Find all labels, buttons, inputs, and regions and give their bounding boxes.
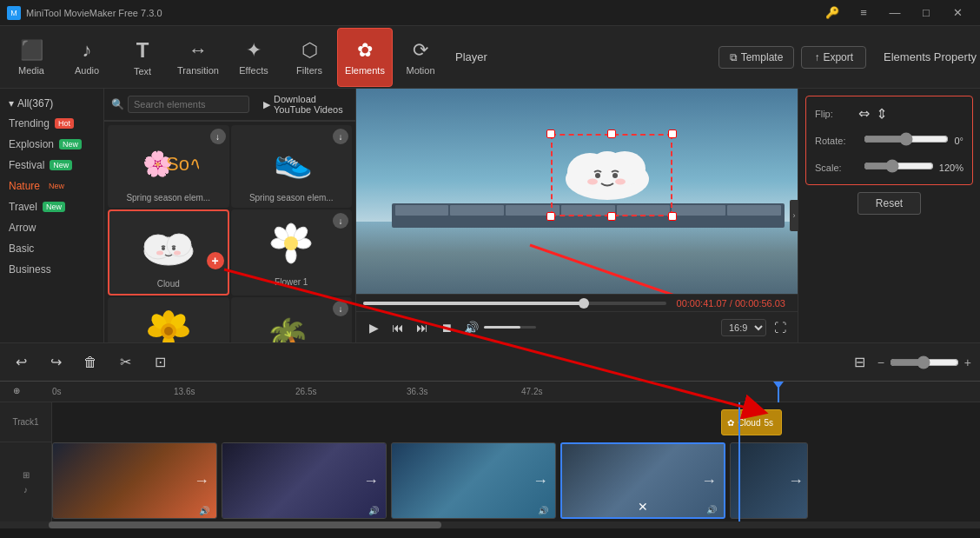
spring1-download-button[interactable]: ↓ <box>210 129 226 144</box>
redo-button[interactable]: ↪ <box>43 350 68 375</box>
video-clip-5[interactable]: → <box>730 442 808 519</box>
maximize-button[interactable]: □ <box>910 0 942 26</box>
svg-point-8 <box>156 251 163 256</box>
video-clips-row: → 🔊 → 🔊 → 🔊 ✕ <box>52 442 980 521</box>
flip-row: Flip: ⇔ ⇔ <box>815 105 963 122</box>
handle-tl[interactable] <box>546 130 555 138</box>
aspect-ratio-select[interactable]: 16:9 4:3 1:1 9:16 <box>721 319 766 336</box>
toolbar-item-motion[interactable]: ⟳ Motion <box>393 28 448 87</box>
element-item-palmtrees[interactable]: 🌴 Plam trees ↓ <box>231 297 353 342</box>
elements-panel: 🔍 ▶ Download YouTube Videos 🌸 So∿ht Spri… <box>104 89 356 342</box>
key-icon[interactable]: 🔑 <box>817 0 848 26</box>
element-item-spring2[interactable]: 👟 Spring season elem... ↓ <box>231 125 353 208</box>
sidebar-item-nature[interactable]: Nature New <box>0 176 103 196</box>
sidebar-item-basic[interactable]: Basic <box>0 238 103 259</box>
scale-slider[interactable] <box>864 159 934 173</box>
export-button[interactable]: ↑ Export <box>801 46 866 69</box>
audio-icon: ♪ <box>83 39 92 62</box>
minus-icon[interactable]: − <box>877 355 884 369</box>
video-clip-1[interactable]: → 🔊 <box>52 442 217 519</box>
flip-horizontal-button[interactable]: ⇔ <box>858 105 870 122</box>
progress-thumb[interactable] <box>579 298 589 309</box>
sidebar-item-business[interactable]: Business <box>0 259 103 280</box>
toolbar-item-filters[interactable]: ⬡ Filters <box>281 28 337 87</box>
timeline-scrollbar[interactable] <box>0 521 980 528</box>
progress-bar[interactable] <box>363 302 666 305</box>
download-youtube-button[interactable]: ▶ Download YouTube Videos <box>256 89 355 121</box>
handle-bl[interactable] <box>546 212 555 221</box>
clip3-arrow: → <box>533 472 548 490</box>
sidebar-item-festival[interactable]: Festival New <box>0 155 103 176</box>
sidebar-all[interactable]: ▾ All(367) <box>0 94 103 113</box>
nature-badge: New <box>45 181 68 191</box>
video-clip-4[interactable]: ✕ → 🔊 <box>560 442 725 519</box>
stop-button[interactable]: ⏹ <box>436 317 457 338</box>
toolbar-item-audio[interactable]: ♪ Audio <box>59 28 115 87</box>
toolbar-label-effects: Effects <box>239 65 268 76</box>
cloud-selection-container[interactable] <box>551 134 672 216</box>
video-clip-2[interactable]: → 🔊 <box>222 442 387 519</box>
close-button[interactable]: ✕ <box>942 0 973 26</box>
crop-button[interactable]: ⊡ <box>148 350 172 375</box>
play-button[interactable]: ▶ <box>363 317 384 338</box>
volume-fill <box>484 326 520 329</box>
toolbar-item-effects[interactable]: ✦ Effects <box>226 28 281 87</box>
clip4-delete[interactable]: ✕ <box>638 500 648 514</box>
undo-button[interactable]: ↩ <box>9 350 33 375</box>
menu-icon[interactable]: ≡ <box>848 0 879 26</box>
zoom-slider[interactable] <box>890 355 959 369</box>
next-frame-button[interactable]: ⏭ <box>412 317 433 338</box>
fullscreen-button[interactable]: ⛶ <box>770 317 791 338</box>
handle-tm[interactable] <box>607 130 616 138</box>
sidebar-item-travel[interactable]: Travel New <box>0 196 103 217</box>
clip5-arrow: → <box>788 472 804 490</box>
reset-button[interactable]: Reset <box>858 192 921 215</box>
cloud-add-button[interactable]: + <box>207 252 224 269</box>
flip-vertical-button[interactable]: ⇔ <box>874 108 891 119</box>
clip1-thumb <box>53 443 216 518</box>
toolbar-item-media[interactable]: ⬛ Media <box>3 28 59 87</box>
handle-tr[interactable] <box>668 130 677 138</box>
element-item-flower2[interactable]: Flower 2 <box>108 297 229 342</box>
toolbar-item-elements[interactable]: ✿ Elements <box>337 28 393 87</box>
elements-property-label: Elements Property <box>873 50 977 63</box>
split-icon[interactable]: ⊟ <box>848 350 872 375</box>
element-item-flower1[interactable]: Flower 1 ↓ <box>231 209 353 296</box>
palmtrees-download-button[interactable]: ↓ <box>333 301 348 316</box>
flower1-download-button[interactable]: ↓ <box>333 213 348 229</box>
trending-badge: Hot <box>55 118 74 129</box>
transition-icon: ↔ <box>189 39 208 62</box>
search-input[interactable] <box>128 96 249 113</box>
handle-bm[interactable] <box>607 212 616 221</box>
sidebar-item-explosion[interactable]: Explosion New <box>0 134 103 155</box>
add-track-icon[interactable]: ⊕ <box>13 386 20 395</box>
sidebar-arrow-icon: ▾ <box>9 97 14 110</box>
minimize-button[interactable]: — <box>879 0 910 26</box>
panel-collapse-button[interactable]: › <box>790 200 798 231</box>
spring2-download-button[interactable]: ↓ <box>333 129 348 144</box>
playhead[interactable] <box>778 382 779 402</box>
toolbar-item-text[interactable]: T Text <box>115 28 170 87</box>
progress-row: 00:00:41.07 / 00:00:56.03 <box>356 294 798 311</box>
sidebar-item-arrow[interactable]: Arrow <box>0 217 103 238</box>
video-clip-3[interactable]: → 🔊 <box>391 442 556 519</box>
volume-bar[interactable] <box>484 326 536 329</box>
toolbar-item-transition[interactable]: ↔ Transition <box>170 28 226 87</box>
toolbar-label-transition: Transition <box>177 65 219 76</box>
cut-button[interactable]: ✂ <box>113 350 137 375</box>
elements-search-row: 🔍 ▶ Download YouTube Videos <box>104 89 355 122</box>
audio-icon-label: ♪ <box>23 485 28 495</box>
element-item-spring1[interactable]: 🌸 So∿ht Spring season elem... ↓ <box>108 125 229 208</box>
title-bar-left: M MiniTool MovieMaker Free 7.3.0 <box>7 6 162 20</box>
delete-button[interactable]: 🗑 <box>78 350 103 375</box>
volume-icon[interactable]: 🔊 <box>460 317 481 338</box>
timeline-scrollbar-thumb[interactable] <box>49 521 440 528</box>
rotate-slider[interactable] <box>864 132 949 146</box>
plus-icon[interactable]: + <box>964 355 971 369</box>
element-item-cloud[interactable]: Cloud + <box>108 209 229 296</box>
template-button[interactable]: ⧉ Template <box>718 46 795 69</box>
prev-frame-button[interactable]: ⏮ <box>387 317 408 338</box>
cloud-clip[interactable]: ✿ Cloud 5s <box>721 409 782 435</box>
handle-br[interactable] <box>668 212 677 221</box>
sidebar-item-trending[interactable]: Trending Hot <box>0 113 103 134</box>
